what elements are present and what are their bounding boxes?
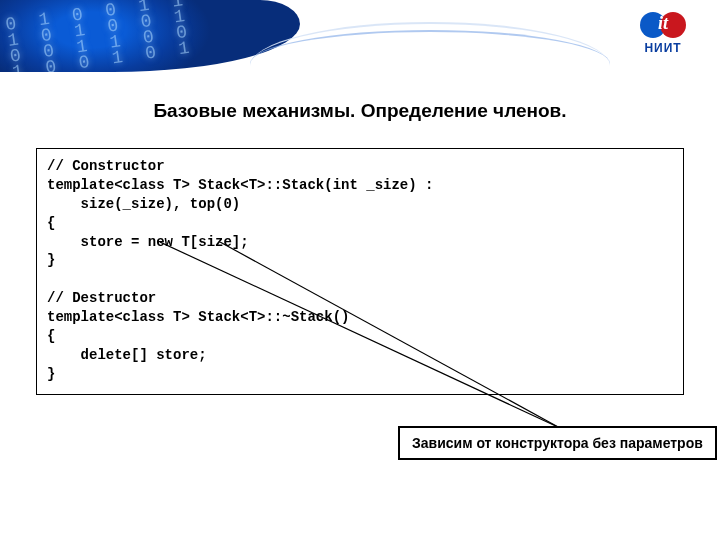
logo: it НИИТ: [640, 10, 686, 55]
callout-box: Зависим от конструктора без параметров: [398, 426, 717, 460]
logo-text: it: [640, 13, 686, 34]
code-block: // Constructor template<class T> Stack<T…: [47, 157, 673, 384]
logo-icon: it: [640, 10, 686, 40]
slide-header: 0 1 0 0 1 1 1 0 1 0 0 1 0 0 1 1 0 0 1 0 …: [0, 0, 720, 72]
header-binary-digits: 0 1 0 0 1 1 1 0 1 0 0 1 0 0 1 1 0 0 1 0 …: [4, 0, 196, 72]
slide-title: Базовые механизмы. Определение членов.: [0, 100, 720, 122]
logo-subtitle: НИИТ: [640, 41, 686, 55]
callout-text: Зависим от конструктора без параметров: [412, 435, 703, 451]
code-frame: // Constructor template<class T> Stack<T…: [36, 148, 684, 395]
